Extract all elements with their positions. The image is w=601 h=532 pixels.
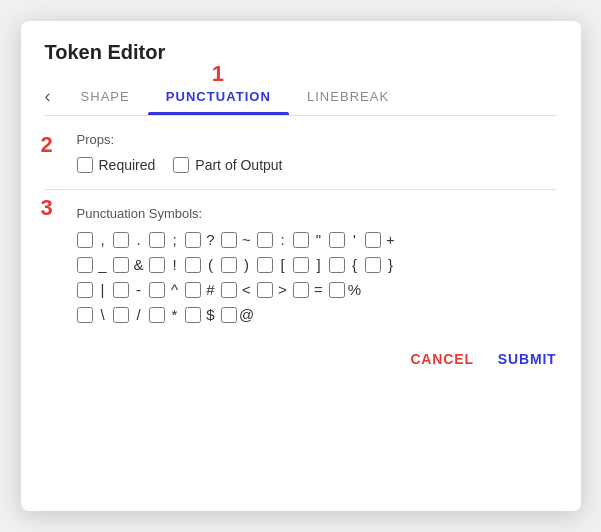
- symbol-char: ': [347, 231, 363, 248]
- symbol-checkbox-1-5[interactable]: [257, 257, 273, 273]
- required-checkbox[interactable]: [77, 157, 93, 173]
- symbol-item: ^: [149, 281, 183, 298]
- symbol-checkbox-2-7[interactable]: [329, 282, 345, 298]
- symbol-item: {: [329, 256, 363, 273]
- symbol-char: &: [131, 256, 147, 273]
- symbol-item: }: [365, 256, 399, 273]
- symbol-char: [: [275, 256, 291, 273]
- symbol-char: ]: [311, 256, 327, 273]
- symbol-char: ,: [95, 231, 111, 248]
- symbol-checkbox-3-3[interactable]: [185, 307, 201, 323]
- symbol-item: *: [149, 306, 183, 323]
- symbol-checkbox-3-4[interactable]: [221, 307, 237, 323]
- tabs-container: ‹ SHAPE 1 PUNCTUATION LINEBREAK: [45, 78, 557, 116]
- symbol-item: |: [77, 281, 111, 298]
- symbol-checkbox-0-6[interactable]: [293, 232, 309, 248]
- step-number-props: 2: [41, 132, 53, 158]
- symbol-checkbox-3-1[interactable]: [113, 307, 129, 323]
- symbol-checkbox-1-7[interactable]: [329, 257, 345, 273]
- symbol-item: ~: [221, 231, 255, 248]
- symbol-checkbox-1-8[interactable]: [365, 257, 381, 273]
- cancel-button[interactable]: CANCEL: [410, 351, 473, 367]
- symbol-checkbox-1-3[interactable]: [185, 257, 201, 273]
- symbol-char: ;: [167, 231, 183, 248]
- symbol-char: :: [275, 231, 291, 248]
- symbol-item: ,: [77, 231, 111, 248]
- symbol-checkbox-0-8[interactable]: [365, 232, 381, 248]
- symbol-char: |: [95, 281, 111, 298]
- props-label: Props:: [77, 132, 557, 147]
- symbol-checkbox-3-2[interactable]: [149, 307, 165, 323]
- symbol-checkbox-1-2[interactable]: [149, 257, 165, 273]
- symbol-checkbox-1-4[interactable]: [221, 257, 237, 273]
- symbol-item: -: [113, 281, 147, 298]
- submit-button[interactable]: SUBMIT: [498, 351, 557, 367]
- symbol-checkbox-2-0[interactable]: [77, 282, 93, 298]
- symbol-item: ": [293, 231, 327, 248]
- tab-shape[interactable]: SHAPE: [63, 79, 148, 114]
- symbol-char: ?: [203, 231, 219, 248]
- symbol-checkbox-1-6[interactable]: [293, 257, 309, 273]
- symbol-char: =: [311, 281, 327, 298]
- tab-active-number: 1: [212, 61, 225, 87]
- symbol-checkbox-2-2[interactable]: [149, 282, 165, 298]
- symbol-char: ): [239, 256, 255, 273]
- props-section: 2 Props: Required Part of Output: [21, 116, 581, 173]
- symbol-checkbox-0-5[interactable]: [257, 232, 273, 248]
- symbol-checkbox-2-1[interactable]: [113, 282, 129, 298]
- symbol-checkbox-1-1[interactable]: [113, 257, 129, 273]
- dialog-footer: CANCEL SUBMIT: [21, 331, 581, 387]
- symbol-item: !: [149, 256, 183, 273]
- symbol-item: &: [113, 256, 147, 273]
- symbol-checkbox-0-7[interactable]: [329, 232, 345, 248]
- symbol-char: ": [311, 231, 327, 248]
- symbol-char: {: [347, 256, 363, 273]
- symbol-char: (: [203, 256, 219, 273]
- symbol-char: <: [239, 281, 255, 298]
- symbols-section: 3 Punctuation Symbols: ,.;?~:"'+_&!()[]{…: [21, 190, 581, 323]
- symbol-checkbox-0-2[interactable]: [149, 232, 165, 248]
- symbol-item: #: [185, 281, 219, 298]
- symbol-item: +: [365, 231, 399, 248]
- step-number-symbols: 3: [41, 195, 53, 221]
- symbol-char: ~: [239, 231, 255, 248]
- symbol-row-3: \/*$@: [77, 306, 557, 323]
- symbol-row-0: ,.;?~:"'+: [77, 231, 557, 248]
- part-of-output-checkbox[interactable]: [173, 157, 189, 173]
- props-row: Required Part of Output: [77, 157, 557, 173]
- tab-linebreak[interactable]: LINEBREAK: [289, 79, 407, 114]
- symbol-char: /: [131, 306, 147, 323]
- symbol-item: =: [293, 281, 327, 298]
- symbol-checkbox-2-6[interactable]: [293, 282, 309, 298]
- symbol-checkbox-2-5[interactable]: [257, 282, 273, 298]
- symbol-char: _: [95, 256, 111, 273]
- symbol-checkbox-0-3[interactable]: [185, 232, 201, 248]
- tab-back-button[interactable]: ‹: [45, 78, 63, 115]
- required-checkbox-group: Required: [77, 157, 156, 173]
- symbol-checkbox-2-4[interactable]: [221, 282, 237, 298]
- symbols-label: Punctuation Symbols:: [77, 206, 557, 221]
- symbol-checkbox-0-4[interactable]: [221, 232, 237, 248]
- symbol-checkbox-2-3[interactable]: [185, 282, 201, 298]
- part-of-output-label: Part of Output: [195, 157, 282, 173]
- symbol-item: /: [113, 306, 147, 323]
- symbol-item: _: [77, 256, 111, 273]
- symbol-char: *: [167, 306, 183, 323]
- tab-punctuation[interactable]: 1 PUNCTUATION: [148, 79, 289, 114]
- symbol-char: }: [383, 256, 399, 273]
- symbol-char: $: [203, 306, 219, 323]
- symbol-char: >: [275, 281, 291, 298]
- symbol-row-1: _&!()[]{}: [77, 256, 557, 273]
- symbol-checkbox-0-0[interactable]: [77, 232, 93, 248]
- symbol-item: .: [113, 231, 147, 248]
- symbol-char: +: [383, 231, 399, 248]
- symbol-checkbox-1-0[interactable]: [77, 257, 93, 273]
- dialog-header: Token Editor ‹ SHAPE 1 PUNCTUATION LINEB…: [21, 21, 581, 116]
- symbol-checkbox-0-1[interactable]: [113, 232, 129, 248]
- symbol-item: ': [329, 231, 363, 248]
- symbol-item: \: [77, 306, 111, 323]
- symbol-checkbox-3-0[interactable]: [77, 307, 93, 323]
- symbol-item: $: [185, 306, 219, 323]
- symbol-char: !: [167, 256, 183, 273]
- symbol-item: ?: [185, 231, 219, 248]
